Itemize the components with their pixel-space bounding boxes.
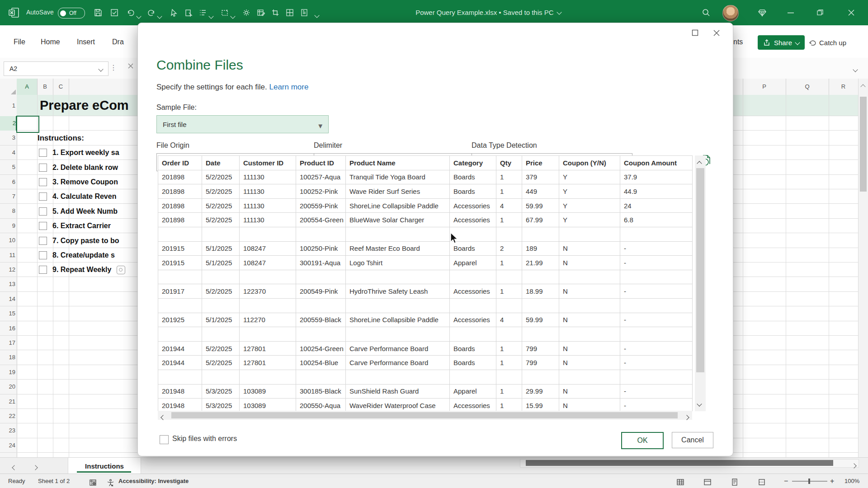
instruction-checkbox[interactable] <box>39 192 47 201</box>
share-button[interactable]: Share <box>758 35 805 50</box>
preview-vertical-scrollbar[interactable] <box>695 155 706 411</box>
row-header-20[interactable]: 20 <box>0 380 15 394</box>
zoom-out-button[interactable]: − <box>784 474 788 488</box>
namebox-menu-dots-icon[interactable]: ⋮ <box>110 63 118 72</box>
row-header-19[interactable]: 19 <box>0 365 15 380</box>
select-box-icon[interactable] <box>221 9 229 17</box>
scroll-up-icon[interactable] <box>697 161 702 166</box>
list-bullets-icon[interactable] <box>199 9 207 17</box>
scroll-left-icon[interactable] <box>160 415 165 420</box>
gear-icon[interactable] <box>242 9 250 17</box>
row-header-14[interactable]: 14 <box>0 292 15 306</box>
row-header-22[interactable]: 22 <box>0 409 15 423</box>
list-chevron-icon[interactable] <box>209 12 213 20</box>
column-header-B[interactable]: B <box>37 79 53 95</box>
zoom-in-button[interactable]: + <box>830 474 834 488</box>
zoom-percent[interactable]: 100% <box>844 474 859 488</box>
row-header-9[interactable]: 9 <box>0 219 15 233</box>
column-header-Q[interactable]: Q <box>786 79 829 95</box>
instruction-checkbox[interactable] <box>39 178 47 186</box>
sheet-vscroll-thumb[interactable] <box>860 97 867 192</box>
zoom-slider-thumb[interactable] <box>808 479 810 484</box>
minimize-button[interactable] <box>788 12 795 14</box>
paste-icon[interactable] <box>184 9 193 17</box>
instruction-checkbox[interactable] <box>39 222 47 230</box>
skip-files-checkbox[interactable] <box>160 435 169 444</box>
instruction-checkbox[interactable] <box>39 237 47 245</box>
autosave-toggle[interactable]: Off <box>58 8 85 19</box>
instruction-checkbox[interactable] <box>39 207 47 216</box>
table-edit-icon[interactable] <box>257 9 265 17</box>
crop-icon[interactable] <box>271 9 279 17</box>
select-box-chevron-icon[interactable] <box>231 12 235 20</box>
catch-up-button[interactable]: Catch up <box>808 35 846 50</box>
view-normal-icon[interactable] <box>703 477 712 488</box>
row-header-8[interactable]: 8 <box>0 204 15 218</box>
sheet-hscroll-thumb[interactable] <box>526 460 833 466</box>
row-header-1[interactable]: 1 <box>0 95 15 116</box>
column-header-A[interactable]: A <box>17 79 37 96</box>
row-header-5[interactable]: 5 <box>0 160 15 174</box>
macro-record-icon[interactable] <box>90 478 97 486</box>
qat-more-icon[interactable] <box>315 11 319 19</box>
undo-chevron-icon[interactable] <box>137 12 141 20</box>
document-title[interactable]: Power Query Example.xlsx • Saved to this… <box>380 0 597 25</box>
scroll-right-icon[interactable] <box>684 415 689 420</box>
restore-button[interactable] <box>816 9 824 16</box>
diamond-icon[interactable] <box>758 8 767 17</box>
dialog-maximize-button[interactable] <box>692 29 698 38</box>
row-header-16[interactable]: 16 <box>0 321 15 336</box>
accessibility-status[interactable]: Accessibility: Investigate <box>118 474 189 488</box>
select-all-corner[interactable] <box>11 89 16 94</box>
sheet-vertical-scrollbar[interactable] <box>858 79 868 457</box>
tab-home[interactable]: Home <box>41 35 60 49</box>
instruction-checkbox[interactable] <box>39 266 47 274</box>
column-header-P[interactable]: P <box>743 79 786 95</box>
row-header-2[interactable]: 2 <box>0 116 17 131</box>
close-button[interactable] <box>847 9 855 17</box>
instruction-checkbox[interactable] <box>39 164 47 172</box>
row-header-3[interactable]: 3 <box>0 131 15 145</box>
column-header-C[interactable]: C <box>53 79 69 95</box>
table-grid-icon[interactable] <box>286 9 294 17</box>
row-header-21[interactable]: 21 <box>0 394 15 409</box>
row-header-24[interactable]: 24 <box>0 438 15 453</box>
row-header-15[interactable]: 15 <box>0 306 15 321</box>
user-avatar[interactable] <box>722 5 739 21</box>
redo-chevron-icon[interactable] <box>158 12 161 20</box>
instruction-checkbox[interactable] <box>39 251 47 259</box>
tab-draw[interactable]: Dra <box>112 35 124 49</box>
instruction-checkbox[interactable] <box>39 149 47 157</box>
row-header-6[interactable]: 6 <box>0 175 15 189</box>
sheet-nav-prev-icon[interactable] <box>13 463 16 471</box>
search-icon[interactable] <box>702 8 711 17</box>
row-header-10[interactable]: 10 <box>0 233 15 248</box>
column-header-R[interactable]: R <box>829 79 858 95</box>
dialog-close-button[interactable] <box>713 29 720 38</box>
preview-vscroll-thumb[interactable] <box>696 168 704 372</box>
redo-icon[interactable] <box>147 9 156 17</box>
cancel-button[interactable]: Cancel <box>672 432 713 448</box>
sample-file-dropdown[interactable]: First file ▼ <box>156 115 329 133</box>
sheet-horizontal-scrollbar[interactable] <box>520 459 859 468</box>
ok-button[interactable]: OK <box>621 432 664 449</box>
row-header-18[interactable]: 18 <box>0 350 15 365</box>
row-header-12[interactable]: 12 <box>0 263 15 277</box>
scroll-down-icon[interactable] <box>697 401 702 406</box>
name-box[interactable]: A2 <box>4 61 108 76</box>
formula-expand-icon[interactable] <box>854 65 857 73</box>
row-header-17[interactable]: 17 <box>0 336 15 350</box>
row-header-4[interactable]: 4 <box>0 145 15 160</box>
row-header-11[interactable]: 11 <box>0 248 15 263</box>
row-header-7[interactable]: 7 <box>0 189 15 204</box>
selected-cell-a2[interactable] <box>16 116 39 133</box>
view-page-layout-icon[interactable] <box>731 477 739 488</box>
tab-file[interactable]: File <box>14 35 25 49</box>
learn-more-link[interactable]: Learn more <box>269 83 308 91</box>
row-header-13[interactable]: 13 <box>0 277 15 291</box>
save-icon[interactable] <box>94 9 102 17</box>
preview-horizontal-scrollbar[interactable] <box>158 411 692 420</box>
tab-insert[interactable]: Insert <box>77 35 95 49</box>
formula-cancel-icon[interactable] <box>127 62 135 72</box>
sheet-nav-next-icon[interactable] <box>33 463 37 471</box>
